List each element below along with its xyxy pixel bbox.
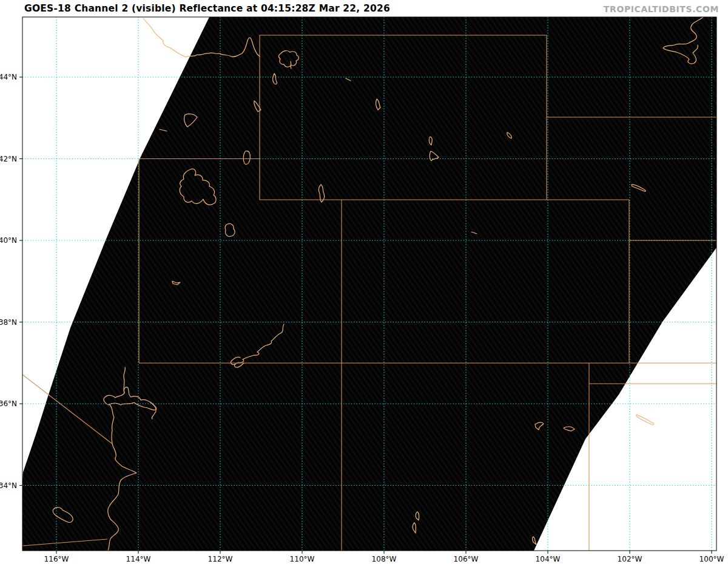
- y-tick-label: 42°N: [0, 155, 17, 163]
- x-tick-label: 116°W: [44, 555, 69, 563]
- x-tick-label: 110°W: [290, 555, 315, 563]
- y-tick-label: 40°N: [0, 236, 17, 245]
- y-tick-label: 36°N: [0, 399, 17, 408]
- x-tick-label: 100°W: [699, 555, 724, 563]
- satellite-map-canvas: 116°W114°W112°W110°W108°W106°W104°W102°W…: [0, 0, 728, 564]
- y-tick-label: 38°N: [0, 318, 17, 327]
- y-tick-label: 34°N: [0, 481, 17, 490]
- satellite-image-page: { "header": { "title": "GOES-18 Channel …: [0, 0, 728, 564]
- x-tick-label: 112°W: [208, 555, 233, 563]
- y-tick-label: 44°N: [0, 73, 17, 81]
- x-tick-label: 114°W: [126, 555, 151, 563]
- x-tick-label: 102°W: [618, 555, 642, 563]
- x-tick-label: 108°W: [372, 555, 397, 563]
- x-tick-label: 104°W: [536, 555, 561, 563]
- x-tick-label: 106°W: [454, 555, 479, 563]
